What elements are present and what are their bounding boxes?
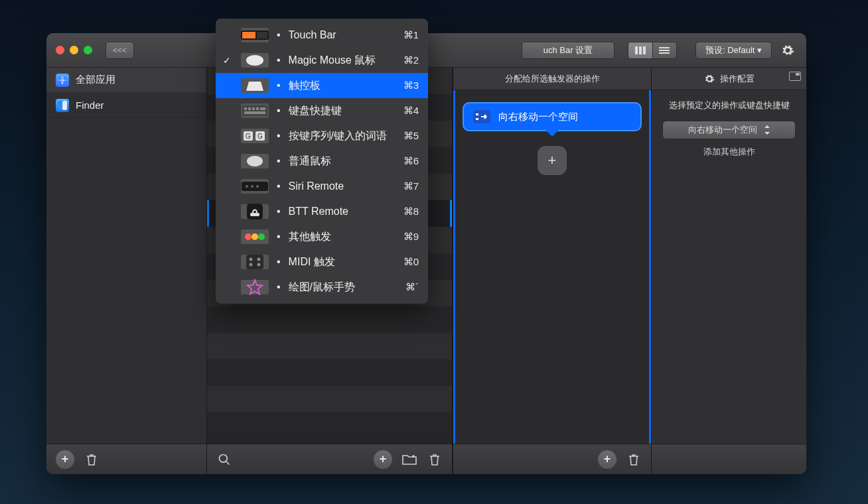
dropdown-item-shortcut: ⌘8 xyxy=(403,206,419,218)
add-more-actions-link[interactable]: 添加其他操作 xyxy=(662,146,796,158)
dropdown-item-shortcut: ⌘´ xyxy=(405,281,419,293)
back-button-label: <<< xyxy=(113,46,127,55)
dropdown-item-label: 按键序列/键入的词语 xyxy=(289,129,396,143)
dropdown-item[interactable]: •Siri Remote⌘7 xyxy=(216,174,428,199)
add-more-label: 添加其他操作 xyxy=(703,147,755,157)
dropdown-item[interactable]: ✓•Magic Mouse 鼠标⌘2 xyxy=(216,48,428,73)
dropdown-item[interactable]: •触控板⌘3 xyxy=(216,73,428,98)
close-window-button[interactable] xyxy=(56,46,64,54)
svg-point-40 xyxy=(257,258,261,261)
dropdown-item-shortcut: ⌘7 xyxy=(403,180,419,192)
folder-plus-icon xyxy=(402,454,417,466)
dropdown-item[interactable]: •BTT Remote⌘8 xyxy=(216,199,428,224)
svg-rect-4 xyxy=(659,50,670,51)
search-button[interactable] xyxy=(216,452,232,468)
check-icon: ✓ xyxy=(221,55,233,66)
dropdown-item[interactable]: •绘图/鼠标手势⌘´ xyxy=(216,275,428,300)
window-controls xyxy=(56,46,92,54)
dropdown-item-label: 键盘快捷键 xyxy=(289,104,396,118)
svg-rect-12 xyxy=(476,118,478,120)
view-list-button[interactable] xyxy=(652,42,676,58)
actions-bottombar: + xyxy=(453,444,651,474)
delete-trigger-button[interactable] xyxy=(427,452,443,468)
svg-rect-1 xyxy=(639,46,642,54)
add-trigger-button[interactable]: + xyxy=(374,450,392,469)
folder-add-button[interactable] xyxy=(401,452,417,468)
svg-rect-8 xyxy=(62,101,67,110)
dropdown-item-label: 其他触发 xyxy=(289,230,396,244)
dropdown-item[interactable]: •MIDI 触发⌘0 xyxy=(216,249,428,275)
svg-point-37 xyxy=(258,233,265,240)
sidebar-item-all-apps[interactable]: 全部应用 xyxy=(46,68,206,93)
globe-icon xyxy=(56,74,69,87)
dropdown-item[interactable]: •普通鼠标⌘6 xyxy=(216,149,428,174)
dropdown-item-icon xyxy=(241,53,269,68)
sidebar-item-finder[interactable]: Finder xyxy=(46,93,206,118)
add-app-button[interactable]: + xyxy=(56,450,74,469)
view-columns-button[interactable] xyxy=(628,42,652,58)
dropdown-item[interactable]: •其他触发⌘9 xyxy=(216,224,428,249)
sidebar-item-label: 全部应用 xyxy=(76,74,115,86)
action-select[interactable]: 向右移动一个空间 xyxy=(662,121,796,139)
trigger-row[interactable] xyxy=(207,306,452,333)
svg-rect-5 xyxy=(659,52,670,54)
dropdown-item-shortcut: ⌘6 xyxy=(403,155,419,167)
gear-icon xyxy=(704,74,715,84)
dropdown-item-label: Magic Mouse 鼠标 xyxy=(289,54,396,68)
add-action-button[interactable]: + xyxy=(538,146,567,175)
trigger-row[interactable] xyxy=(207,359,452,386)
sidebar-item-label: Finder xyxy=(76,99,104,111)
finder-icon xyxy=(56,99,69,112)
trigger-row[interactable] xyxy=(207,386,452,412)
svg-rect-38 xyxy=(246,255,263,269)
dropdown-item-icon xyxy=(241,78,269,93)
preset-button[interactable]: 预设: Default ▾ xyxy=(695,42,772,59)
dropdown-item[interactable]: •键盘快捷键⌘4 xyxy=(216,98,428,123)
trigger-row[interactable] xyxy=(207,333,452,359)
section-tab-label: uch Bar 设置 xyxy=(543,44,593,56)
dropdown-item-shortcut: ⌘4 xyxy=(403,105,419,117)
action-card[interactable]: 向右移动一个空间 xyxy=(463,102,642,131)
dropdown-item-icon xyxy=(241,280,269,294)
delete-app-button[interactable] xyxy=(84,452,100,468)
svg-point-42 xyxy=(257,263,261,267)
dropdown-item[interactable]: GG•按键序列/键入的词语⌘5 xyxy=(216,123,428,149)
view-toggle xyxy=(628,42,677,59)
svg-rect-0 xyxy=(635,46,638,54)
back-button[interactable]: <<< xyxy=(106,42,134,59)
triggers-bottombar: + xyxy=(207,444,452,474)
dropdown-item-label: 绘图/鼠标手势 xyxy=(289,281,398,294)
trash-icon xyxy=(429,453,441,466)
svg-rect-3 xyxy=(659,47,670,48)
svg-rect-33 xyxy=(247,204,263,220)
zoom-window-button[interactable] xyxy=(84,46,92,54)
config-header-label: 操作配置 xyxy=(720,73,755,85)
dropdown-item-icon xyxy=(241,229,269,244)
dropdown-item-shortcut: ⌘1 xyxy=(403,29,419,41)
section-tab[interactable]: uch Bar 设置 xyxy=(522,42,615,59)
settings-gear-button[interactable] xyxy=(778,41,797,60)
svg-rect-34 xyxy=(250,213,259,216)
svg-point-36 xyxy=(252,233,258,240)
dropdown-item-shortcut: ⌘2 xyxy=(403,54,419,66)
minimize-window-button[interactable] xyxy=(70,46,78,54)
dropdown-item-icon xyxy=(241,204,269,219)
popout-button[interactable] xyxy=(789,72,801,81)
svg-rect-22 xyxy=(260,107,265,110)
svg-rect-11 xyxy=(476,113,478,115)
svg-rect-19 xyxy=(248,107,251,110)
svg-point-30 xyxy=(246,185,248,188)
dropdown-item-label: 触控板 xyxy=(289,79,396,93)
dropdown-item-icon xyxy=(241,255,269,269)
config-column: 操作配置 选择预定义的操作或键盘快捷键 向右移动一个空间 添加其他操作 xyxy=(652,68,806,474)
preset-label: 预设: Default ▾ xyxy=(705,44,762,56)
add-action-circle-button[interactable]: + xyxy=(598,450,616,469)
config-header: 操作配置 xyxy=(652,68,806,90)
trigger-row[interactable] xyxy=(207,412,452,439)
delete-action-button[interactable] xyxy=(626,452,642,468)
sidebar-bottombar: + xyxy=(46,444,206,474)
dropdown-item[interactable]: •Touch Bar⌘1 xyxy=(216,23,428,48)
svg-point-32 xyxy=(256,185,259,188)
search-icon xyxy=(218,453,231,466)
svg-rect-17 xyxy=(242,105,267,116)
